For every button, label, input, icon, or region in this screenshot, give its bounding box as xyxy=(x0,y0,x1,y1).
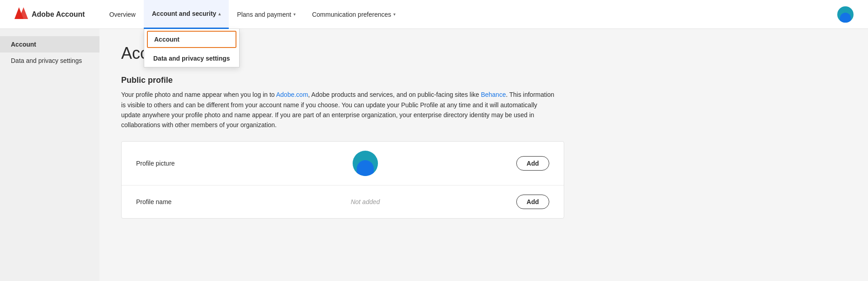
profile-name-action: Add xyxy=(495,195,549,209)
sidebar-item-data-privacy[interactable]: Data and privacy settings xyxy=(0,52,99,69)
nav-items: Overview Account and security ▴ Account … xyxy=(101,0,837,29)
avatar-shape xyxy=(840,13,851,23)
profile-picture-label: Profile picture xyxy=(136,160,236,167)
profile-picture-row: Profile picture Add xyxy=(122,142,564,186)
chevron-down-icon-comm: ▾ xyxy=(393,12,396,17)
dropdown-item-account[interactable]: Account xyxy=(147,31,236,48)
profile-picture-value xyxy=(236,151,495,176)
nav-item-plans-payment[interactable]: Plans and payment ▾ xyxy=(229,0,304,29)
section-title: Public profile xyxy=(121,76,846,85)
account-security-dropdown: Account Data and privacy settings xyxy=(144,29,240,67)
sidebar: Account Data and privacy settings xyxy=(0,29,99,281)
adobe-link[interactable]: Adobe.com xyxy=(276,91,308,98)
profile-avatar xyxy=(353,151,378,176)
add-profile-picture-button[interactable]: Add xyxy=(516,156,549,171)
profile-name-row: Profile name Not added Add xyxy=(122,186,564,218)
nav-item-account-security[interactable]: Account and security ▴ Account Data and … xyxy=(144,0,229,29)
brand-name: Adobe Account xyxy=(32,10,85,19)
profile-picture-action: Add xyxy=(495,156,549,171)
adobe-icon xyxy=(14,7,28,21)
dropdown-item-data-privacy[interactable]: Data and privacy settings xyxy=(144,50,239,67)
brand-logo[interactable]: Adobe Account xyxy=(14,7,85,21)
profile-name-value: Not added xyxy=(236,198,495,205)
nav-item-overview[interactable]: Overview xyxy=(101,0,144,29)
chevron-down-icon: ▾ xyxy=(293,12,296,17)
profile-name-not-added: Not added xyxy=(351,198,380,205)
sidebar-item-account[interactable]: Account xyxy=(0,36,99,52)
profile-card: Profile picture Add Profile name Not add… xyxy=(121,141,564,219)
page-container: Account Data and privacy settings Accoun… xyxy=(0,29,868,281)
nav-item-communication[interactable]: Communication preferences ▾ xyxy=(304,0,404,29)
chevron-up-icon: ▴ xyxy=(218,11,221,16)
section-description: Your profile photo and name appear when … xyxy=(121,90,555,130)
user-avatar[interactable] xyxy=(837,6,854,23)
profile-avatar-shape xyxy=(357,160,374,176)
top-navigation: Adobe Account Overview Account and secur… xyxy=(0,0,868,29)
add-profile-name-button[interactable]: Add xyxy=(516,195,549,209)
profile-name-label: Profile name xyxy=(136,198,236,205)
behance-link[interactable]: Behance xyxy=(481,91,506,98)
